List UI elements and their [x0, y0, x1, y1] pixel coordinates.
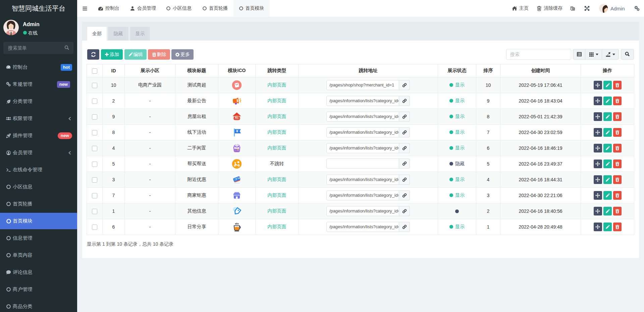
- svg-text:租: 租: [234, 115, 239, 119]
- svg-text:¥: ¥: [236, 129, 238, 133]
- svg-text:A: A: [573, 8, 575, 10]
- svg-text:二手: 二手: [234, 149, 239, 151]
